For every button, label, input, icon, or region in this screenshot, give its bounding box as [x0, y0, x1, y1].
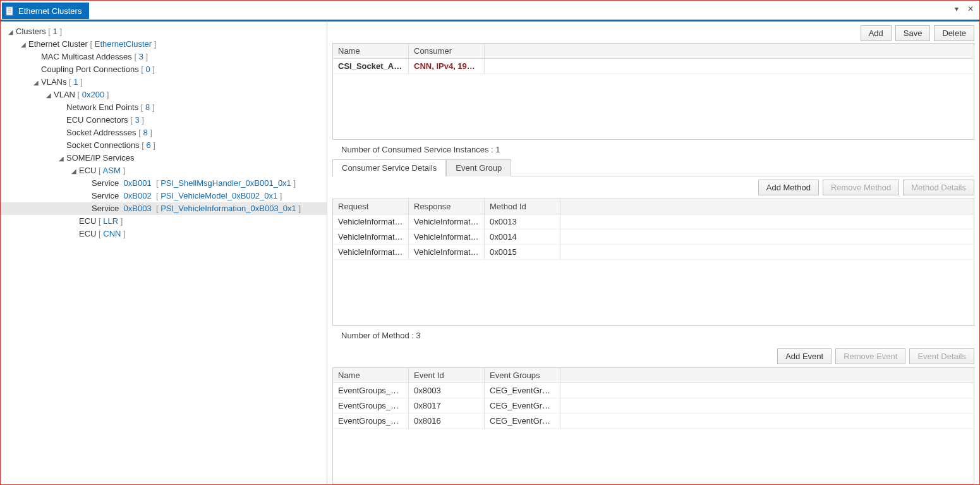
tree-vlan[interactable]: ◢VLAN [ 0x200 ] — [1, 89, 327, 101]
col-event-groups[interactable]: Event Groups — [485, 368, 560, 383]
method-id: 0x0013 — [485, 214, 560, 230]
chevron-down-icon[interactable]: ◢ — [20, 39, 27, 51]
tree-service-0xb002[interactable]: Service 0xB002 [ PSI_VehicleModel_0xB002… — [1, 190, 327, 202]
delete-button[interactable]: Delete — [934, 25, 974, 41]
consumer-count-status: Number of Consumed Service Instances : 1 — [327, 140, 979, 159]
method-response: VehicleInformation... — [409, 230, 485, 245]
event-groups: CEG_EventGroups:0... — [485, 414, 560, 429]
remove-method-button[interactable]: Remove Method — [823, 180, 899, 195]
col-event-name[interactable]: Name — [333, 368, 409, 383]
tabstrip: Consumer Service Details Event Group — [332, 159, 974, 176]
document-icon — [6, 6, 15, 16]
consumer-grid-body — [332, 74, 974, 140]
method-details-button[interactable]: Method Details — [903, 180, 974, 195]
tab-consumer-service-details[interactable]: Consumer Service Details — [332, 159, 446, 176]
col-event-id[interactable]: Event Id — [409, 368, 485, 383]
add-button[interactable]: Add — [861, 25, 892, 41]
event-row[interactable]: EventGroups_Rang...0x8016CEG_EventGroups… — [333, 414, 974, 429]
event-name: EventGroups_Relati... — [333, 383, 409, 398]
remove-event-button[interactable]: Remove Event — [835, 348, 905, 364]
chevron-down-icon[interactable]: ◢ — [57, 152, 64, 165]
add-method-button[interactable]: Add Method — [758, 180, 819, 195]
tree-someip-services[interactable]: ◢SOME/IP Services — [1, 152, 327, 164]
event-name: EventGroups_Rang... — [333, 414, 409, 429]
method-grid: Request Response Method Id VehicleInform… — [332, 199, 974, 260]
event-id: 0x8003 — [409, 383, 485, 398]
event-id: 0x8016 — [409, 414, 485, 429]
tree-coupling-port[interactable]: Coupling Port Connections [ 0 ] — [1, 63, 327, 76]
method-grid-body — [332, 260, 974, 326]
tree-ecu-cnn[interactable]: ECU [ CNN ] — [1, 228, 327, 240]
tab-title: Ethernet Clusters — [18, 6, 82, 16]
event-grid: Name Event Id Event Groups EventGroups_R… — [332, 367, 974, 429]
close-icon[interactable]: ✕ — [964, 3, 977, 15]
method-response: VehicleInformation... — [409, 214, 485, 230]
method-request: VehicleInformation... — [333, 214, 409, 230]
tree-socket-addresses[interactable]: Socket Addressses [ 8 ] — [1, 126, 327, 139]
tree-service-0xb001[interactable]: Service 0xB001 [ PSI_ShellMsgHandler_0xB… — [1, 177, 327, 190]
col-name[interactable]: Name — [333, 44, 409, 59]
tree-vlans[interactable]: ◢VLANs [ 1 ] — [1, 76, 327, 89]
chevron-down-icon[interactable]: ◢ — [70, 165, 77, 178]
method-row[interactable]: VehicleInformation...VehicleInformation.… — [333, 214, 974, 230]
tree-ecu-llr[interactable]: ECU [ LLR ] — [1, 215, 327, 228]
chevron-down-icon[interactable]: ◢ — [7, 26, 14, 39]
method-row[interactable]: VehicleInformation...VehicleInformation.… — [333, 245, 974, 260]
tree-clusters[interactable]: ◢Clusters [ 1 ] — [1, 25, 327, 38]
event-row[interactable]: EventGroups_Relati...0x8003CEG_EventGrou… — [333, 383, 974, 398]
event-row[interactable]: EventGroups_Chas...0x8017CEG_EventGroups… — [333, 398, 974, 414]
consumer-row[interactable]: CSI_Socket_ASM_... CNN, IPv4, 192.... — [333, 59, 974, 74]
details-pane: Add Save Delete Name Consumer CSI_Socket… — [327, 21, 979, 484]
method-row[interactable]: VehicleInformation...VehicleInformation.… — [333, 230, 974, 245]
chevron-down-icon[interactable]: ◢ — [45, 89, 52, 102]
event-groups: CEG_EventGroups:0... — [485, 383, 560, 398]
tree-network-end-points[interactable]: Network End Points [ 8 ] — [1, 101, 327, 114]
col-method-id[interactable]: Method Id — [485, 199, 560, 214]
tab-ethernet-clusters[interactable]: Ethernet Clusters — [2, 3, 89, 19]
tree-service-0xb003[interactable]: Service 0xB003 [ PSI_VehicleInformation_… — [1, 202, 327, 215]
method-id: 0x0014 — [485, 230, 560, 245]
consumer-grid: Name Consumer CSI_Socket_ASM_... CNN, IP… — [332, 43, 974, 74]
tree-ecu-connectors[interactable]: ECU Connectors [ 3 ] — [1, 114, 327, 126]
tree-socket-connections[interactable]: Socket Connections [ 6 ] — [1, 139, 327, 152]
method-request: VehicleInformation... — [333, 230, 409, 245]
save-button[interactable]: Save — [895, 25, 931, 41]
tree-ecu-asm[interactable]: ◢ECU [ ASM ] — [1, 164, 327, 177]
chevron-down-icon[interactable]: ◢ — [32, 77, 39, 89]
event-groups: CEG_EventGroups:0... — [485, 398, 560, 414]
event-details-button[interactable]: Event Details — [909, 348, 974, 364]
add-event-button[interactable]: Add Event — [777, 348, 832, 364]
event-grid-body — [332, 429, 974, 484]
tree-ethernet-cluster[interactable]: ◢Ethernet Cluster [ EthernetCluster ] — [1, 38, 327, 51]
col-response[interactable]: Response — [409, 199, 485, 214]
app-frame: Ethernet Clusters ▾ ✕ ◢Clusters [ 1 ] ◢E… — [0, 0, 980, 485]
method-id: 0x0015 — [485, 245, 560, 260]
col-request[interactable]: Request — [333, 199, 409, 214]
event-name: EventGroups_Chas... — [333, 398, 409, 414]
consumer-value: CNN, IPv4, 192.... — [409, 59, 485, 74]
method-response: VehicleInformation... — [409, 245, 485, 260]
consumer-name: CSI_Socket_ASM_... — [333, 59, 409, 74]
titlebar: Ethernet Clusters ▾ ✕ — [1, 1, 979, 20]
tree-mac-multicast[interactable]: MAC Multicast Addesses [ 3 ] — [1, 51, 327, 63]
col-consumer[interactable]: Consumer — [409, 44, 485, 59]
dropdown-icon[interactable]: ▾ — [950, 3, 963, 15]
event-id: 0x8017 — [409, 398, 485, 414]
method-count-status: Number of Method : 3 — [327, 326, 979, 345]
tree-pane: ◢Clusters [ 1 ] ◢Ethernet Cluster [ Ethe… — [1, 21, 327, 484]
tab-event-group[interactable]: Event Group — [446, 159, 511, 176]
method-request: VehicleInformation... — [333, 245, 409, 260]
